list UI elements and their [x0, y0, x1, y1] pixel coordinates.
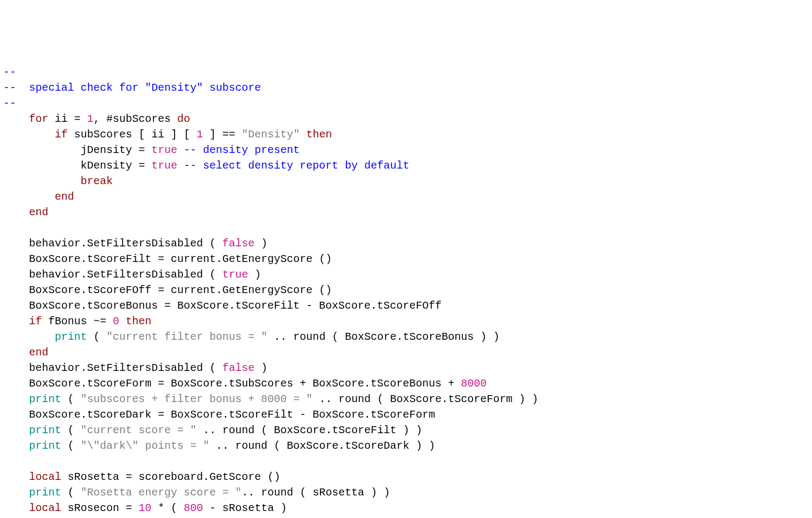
- code-block: -- -- special check for "Density" subsco…: [3, 64, 809, 518]
- code: behavior.SetFiltersDisabled (: [3, 362, 222, 374]
- code: ): [248, 268, 261, 281]
- code: subScores [ ii ] [: [68, 128, 197, 141]
- builtin-print: print: [29, 440, 61, 452]
- code: (: [61, 440, 81, 452]
- code: (: [61, 393, 81, 405]
- code: (: [87, 331, 106, 343]
- comment: -- select density report by default: [184, 159, 409, 172]
- number: 8000: [461, 377, 487, 390]
- keyword-if: if: [3, 315, 42, 327]
- indent: [3, 502, 29, 514]
- code: ii =: [48, 113, 87, 125]
- code: ): [255, 237, 267, 250]
- keyword-if: if: [3, 128, 68, 141]
- code: BoxScore.tScoreBonus = BoxScore.tScoreFi…: [3, 300, 441, 312]
- code: behavior.SetFiltersDisabled (: [3, 237, 222, 250]
- code: (: [61, 424, 81, 436]
- code: BoxScore.tScoreDark = BoxScore.tScoreFil…: [3, 408, 435, 421]
- keyword-end: end: [29, 346, 48, 359]
- code: (: [61, 486, 81, 499]
- code: * (: [151, 502, 184, 514]
- code: .. round ( BoxScore.tScoreDark ) ): [209, 440, 435, 452]
- indent: [3, 393, 29, 405]
- space: [300, 128, 306, 141]
- code: fBonus ~=: [42, 315, 113, 327]
- indent: [3, 440, 29, 452]
- keyword-then: then: [306, 128, 332, 141]
- indent: [3, 191, 55, 203]
- number: 0: [113, 315, 119, 327]
- keyword-false: false: [222, 237, 255, 250]
- string: "Density": [242, 128, 300, 141]
- keyword-local: local: [29, 502, 61, 514]
- code: jDensity =: [3, 144, 151, 156]
- builtin-print: print: [29, 393, 61, 405]
- indent: [3, 471, 29, 483]
- code: sRosetta = scoreboard.GetScore (): [61, 471, 280, 483]
- number: 1: [197, 128, 203, 141]
- keyword-true: true: [151, 159, 177, 172]
- number: 800: [184, 502, 203, 514]
- indent: [3, 206, 29, 218]
- builtin-print: print: [29, 486, 61, 499]
- comment: special check for "Density" subscore: [16, 82, 261, 94]
- indent: [3, 331, 55, 343]
- code: .. round ( BoxScore.tScoreForm ) ): [313, 393, 538, 405]
- string: "Rosetta energy score = ": [81, 486, 242, 499]
- code: sRosecon =: [61, 502, 139, 514]
- keyword-true: true: [151, 144, 177, 156]
- code: , #subScores: [93, 113, 177, 125]
- code: - sRosetta ): [203, 502, 287, 514]
- keyword-false: false: [222, 362, 255, 374]
- blank-line: [3, 222, 10, 234]
- code: .. round ( sRosetta ) ): [242, 486, 390, 499]
- space: [119, 315, 126, 327]
- space: [177, 144, 184, 156]
- keyword-true: true: [222, 268, 248, 281]
- indent: [3, 486, 29, 499]
- comment: --: [3, 82, 16, 94]
- keyword-end: end: [29, 206, 48, 218]
- indent: [3, 424, 29, 436]
- code: kDensity =: [3, 159, 151, 172]
- code: .. round ( BoxScore.tScoreBonus ) ): [267, 331, 499, 343]
- indent: [3, 346, 29, 359]
- string: "subscores + filter bonus + 8000 = ": [81, 393, 313, 405]
- keyword-break: break: [81, 175, 113, 187]
- string: "current score = ": [81, 424, 197, 436]
- builtin-print: print: [55, 331, 87, 343]
- builtin-print: print: [29, 424, 61, 436]
- code: BoxScore.tScoreFOff = current.GetEnergyS…: [3, 284, 332, 296]
- comment: --: [3, 66, 16, 78]
- string: "current filter bonus = ": [106, 331, 267, 343]
- blank-line: [3, 455, 10, 468]
- indent: [3, 175, 81, 187]
- keyword-end: end: [55, 191, 74, 203]
- keyword-for: for: [3, 113, 48, 125]
- comment: -- density present: [184, 144, 300, 156]
- comment: --: [3, 97, 16, 110]
- keyword-then: then: [126, 315, 151, 327]
- code: .. round ( BoxScore.tScoreFilt ) ): [197, 424, 422, 436]
- keyword-local: local: [29, 471, 61, 483]
- space: [177, 159, 184, 172]
- code: ): [255, 362, 267, 374]
- number: 1: [87, 113, 93, 125]
- code: ] ==: [203, 128, 242, 141]
- code: BoxScore.tScoreForm = BoxScore.tSubScore…: [3, 377, 461, 390]
- number: 10: [139, 502, 151, 514]
- keyword-do: do: [177, 113, 190, 125]
- code: behavior.SetFiltersDisabled (: [3, 268, 222, 281]
- string: "\"dark\" points = ": [81, 440, 209, 452]
- code: BoxScore.tScoreFilt = current.GetEnergyS…: [3, 253, 332, 265]
